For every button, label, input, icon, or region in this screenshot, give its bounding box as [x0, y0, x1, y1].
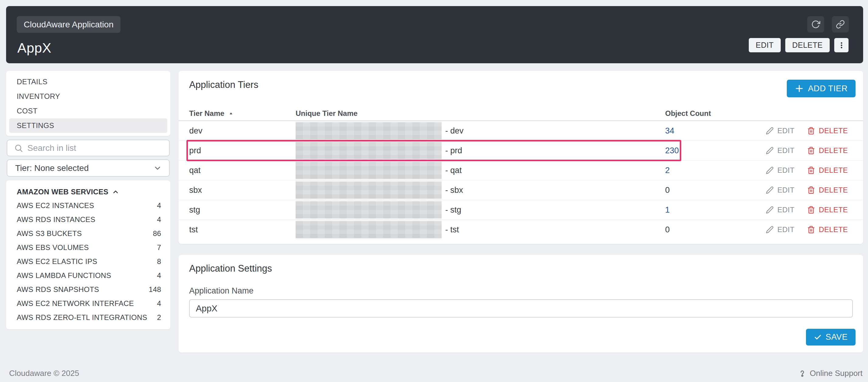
row-edit-button[interactable]: EDIT — [766, 225, 795, 234]
tier-row: qat - qat 2 EDIT DELETE — [179, 161, 863, 180]
header-icon-group — [807, 16, 849, 33]
aws-object-item[interactable]: AWS S3 BUCKETS 86 — [17, 227, 161, 241]
aws-object-label: AWS EBS VOLUMES — [17, 243, 89, 252]
object-count-link[interactable]: 1 — [665, 205, 751, 215]
save-label: SAVE — [826, 332, 848, 342]
aws-object-count: 4 — [157, 201, 161, 210]
tiers-panel-title: Application Tiers — [189, 79, 258, 90]
pencil-icon — [766, 226, 774, 233]
column-unique-tier-name: Unique Tier Name — [296, 109, 665, 118]
aws-object-count: 7 — [157, 243, 161, 252]
aws-object-count: 8 — [157, 257, 161, 266]
sidebar-nav: DETAILS INVENTORY COST SETTINGS — [6, 71, 170, 136]
row-delete-button[interactable]: DELETE — [807, 225, 848, 234]
unique-tier-suffix: - qat — [445, 166, 462, 175]
more-actions-button[interactable] — [834, 38, 848, 52]
object-count-link[interactable]: 2 — [665, 166, 751, 175]
permalink-button[interactable] — [832, 16, 849, 33]
aws-object-label: AWS RDS ZERO-ETL INTEGRATIONS — [17, 313, 147, 322]
online-support-link[interactable]: Online Support — [798, 369, 863, 378]
redacted-text-blur — [296, 201, 442, 218]
aws-object-item[interactable]: AWS RDS INSTANCES 4 — [17, 213, 161, 227]
search-input[interactable] — [27, 143, 166, 153]
tier-name-cell: sbx — [189, 186, 296, 195]
row-delete-label: DELETE — [819, 166, 848, 174]
column-tier-name[interactable]: Tier Name — [189, 109, 296, 118]
application-name-label: Application Name — [189, 286, 254, 296]
tier-row-actions: EDIT DELETE — [751, 205, 848, 214]
add-tier-button[interactable]: ADD TIER — [787, 80, 856, 97]
edit-button[interactable]: EDIT — [749, 38, 781, 52]
column-tier-name-label: Tier Name — [189, 109, 224, 118]
tier-row-actions: EDIT DELETE — [751, 127, 848, 135]
aws-object-item[interactable]: AWS RDS ZERO-ETL INTEGRATIONS 2 — [17, 311, 161, 324]
aws-object-item[interactable]: AWS EBS VOLUMES 7 — [17, 241, 161, 255]
tiers-table-body: dev - dev 34 EDIT DELETE prd - prd — [179, 121, 863, 240]
aws-object-item[interactable]: AWS RDS SNAPSHOTS 148 — [17, 283, 161, 296]
sidebar-nav-item-label: DETAILS — [17, 77, 48, 86]
search-icon — [14, 144, 23, 153]
tier-row: stg - stg 1 EDIT DELETE — [179, 200, 863, 220]
tier-name-cell: prd — [189, 146, 296, 155]
unique-tier-suffix: - sbx — [445, 186, 463, 195]
tier-filter-dropdown[interactable]: Tier: None selected — [7, 159, 170, 177]
tier-row: tst - tst 0 EDIT DELETE — [179, 220, 863, 240]
page: CloudAware Application AppX EDIT DELETE — [0, 0, 868, 382]
aws-object-item[interactable]: AWS EC2 NETWORK INTERFACE 4 — [17, 296, 161, 311]
page-title: AppX — [17, 40, 52, 56]
row-delete-button[interactable]: DELETE — [807, 127, 848, 135]
chevron-up-icon — [112, 188, 119, 196]
refresh-icon — [811, 20, 820, 29]
row-edit-button[interactable]: EDIT — [766, 127, 795, 135]
sidebar-nav-item[interactable]: DETAILS — [9, 74, 167, 89]
sidebar-nav-item[interactable]: COST — [9, 104, 167, 118]
column-object-count: Object Count — [665, 109, 751, 118]
sidebar-nav-item[interactable]: INVENTORY — [9, 89, 167, 104]
row-delete-button[interactable]: DELETE — [807, 205, 848, 214]
unique-tier-name-cell: - stg — [296, 201, 665, 218]
tier-filter-value: Tier: None selected — [15, 163, 89, 173]
application-name-field[interactable] — [189, 299, 853, 318]
unique-tier-name-cell: - tst — [296, 221, 665, 238]
tier-row: prd - prd 230 EDIT DELETE — [179, 141, 863, 161]
sidebar-nav-item-label: INVENTORY — [17, 92, 60, 101]
row-delete-button[interactable]: DELETE — [807, 186, 848, 194]
aws-object-count: 148 — [149, 285, 161, 294]
aws-object-label: AWS LAMBDA FUNCTIONS — [17, 271, 111, 280]
tier-row-actions: EDIT DELETE — [751, 146, 848, 155]
refresh-button[interactable] — [807, 16, 824, 33]
redacted-text-blur — [296, 221, 442, 238]
delete-button[interactable]: DELETE — [785, 38, 830, 52]
settings-panel-title: Application Settings — [189, 263, 272, 274]
aws-object-count: 2 — [157, 313, 161, 322]
row-edit-label: EDIT — [777, 205, 795, 214]
save-button[interactable]: SAVE — [806, 329, 856, 346]
unique-tier-name-cell: - qat — [296, 162, 665, 179]
row-edit-button[interactable]: EDIT — [766, 186, 795, 194]
aws-group-header[interactable]: AMAZON WEB SERVICES — [17, 185, 161, 199]
tier-name-cell: dev — [189, 126, 296, 136]
aws-object-item[interactable]: AWS LAMBDA FUNCTIONS 4 — [17, 268, 161, 283]
record-type-badge: CloudAware Application — [17, 16, 120, 33]
row-delete-button[interactable]: DELETE — [807, 166, 848, 174]
object-count-link[interactable]: 34 — [665, 126, 751, 136]
pencil-icon — [766, 206, 774, 214]
tier-row-actions: EDIT DELETE — [751, 186, 848, 194]
row-delete-button[interactable]: DELETE — [807, 146, 848, 155]
redacted-text-blur — [296, 162, 442, 179]
row-edit-button[interactable]: EDIT — [766, 166, 795, 174]
aws-object-count: 4 — [157, 299, 161, 308]
row-edit-button[interactable]: EDIT — [766, 146, 795, 155]
row-edit-button[interactable]: EDIT — [766, 205, 795, 214]
aws-object-item[interactable]: AWS EC2 ELASTIC IPS 8 — [17, 255, 161, 268]
sidebar-nav-item[interactable]: SETTINGS — [9, 118, 167, 133]
tier-name-cell: qat — [189, 166, 296, 175]
check-icon — [814, 333, 822, 341]
unique-tier-suffix: - prd — [445, 146, 462, 155]
aws-object-label: AWS RDS INSTANCES — [17, 215, 95, 224]
object-count-link[interactable]: 230 — [665, 146, 751, 155]
aws-object-item[interactable]: AWS EC2 INSTANCES 4 — [17, 199, 161, 213]
aws-item-list: AWS EC2 INSTANCES 4 AWS RDS INSTANCES 4 … — [17, 199, 161, 324]
help-icon — [798, 369, 807, 378]
object-count-link: 0 — [665, 186, 751, 195]
